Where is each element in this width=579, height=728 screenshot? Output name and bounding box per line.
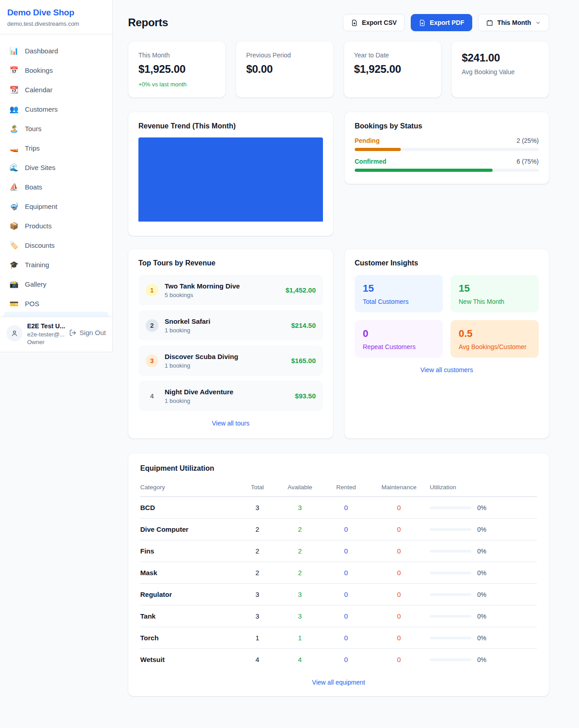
export-csv-label: Export CSV — [362, 19, 397, 26]
sign-out-icon — [69, 329, 76, 336]
view-all-tours-link[interactable]: View all tours — [138, 420, 323, 427]
utilization-bar-track — [430, 615, 471, 618]
sidebar-item-dive-sites[interactable]: 🌊Dive Sites — [4, 158, 109, 177]
status-count: 6 (75%) — [517, 158, 539, 165]
sidebar-item-customers[interactable]: 👥Customers — [4, 99, 109, 119]
brand-name[interactable]: Demo Dive Shop — [7, 8, 105, 18]
cell-total: 4 — [239, 649, 276, 671]
bookings-by-status-title: Bookings by Status — [355, 122, 539, 130]
export-csv-button[interactable]: Export CSV — [343, 14, 405, 31]
utilization-percent: 0% — [477, 634, 486, 642]
tour-amount: $93.50 — [295, 392, 316, 400]
sidebar-item-discounts[interactable]: 🏷️Discounts — [4, 236, 109, 255]
rank-badge: 4 — [146, 390, 158, 402]
cell-rented: 0 — [324, 649, 368, 671]
cell-rented: 0 — [324, 584, 368, 605]
insight-label: Total Customers — [363, 298, 435, 305]
sign-out-button[interactable]: Sign Out — [69, 329, 106, 336]
cell-category: Wetsuit — [140, 649, 239, 671]
tour-amount: $165.00 — [291, 357, 316, 364]
sidebar-item-products[interactable]: 📦Products — [4, 216, 109, 236]
status-progress-track — [355, 169, 539, 172]
sidebar-item-trips[interactable]: 🚤Trips — [4, 138, 109, 158]
stat-value: $0.00 — [246, 63, 323, 76]
status-label: Confirmed — [355, 158, 386, 165]
column-header: Total — [239, 480, 276, 497]
cell-total: 3 — [239, 497, 276, 519]
sidebar-item-training[interactable]: 🎓Training — [4, 255, 109, 274]
sidebar-item-tours[interactable]: 🏝️Tours — [4, 119, 109, 138]
utilization-percent: 0% — [477, 613, 486, 620]
view-all-equipment-link[interactable]: View all equipment — [140, 679, 537, 686]
cell-rented: 0 — [324, 627, 368, 649]
island-icon: 🏝️ — [9, 124, 19, 133]
cell-maintenance: 0 — [368, 649, 430, 671]
sidebar-item-boats[interactable]: ⛵Boats — [4, 177, 109, 197]
stat-card: Previous Period$0.00 — [236, 41, 333, 98]
sidebar-item-label: Products — [25, 222, 52, 230]
export-pdf-button[interactable]: Export PDF — [411, 14, 472, 31]
status-count: 2 (25%) — [517, 137, 539, 144]
cell-maintenance: 0 — [368, 627, 430, 649]
status-row: Pending2 (25%) — [355, 137, 539, 151]
stat-delta: +0% vs last month — [138, 81, 215, 88]
package-icon: 📦 — [9, 222, 19, 230]
tour-name: Two Tank Morning Dive — [165, 282, 279, 290]
sidebar-item-gallery[interactable]: 📸Gallery — [4, 274, 109, 294]
cell-available: 3 — [276, 605, 324, 627]
sidebar-item-label: POS — [25, 300, 39, 307]
sidebar-item-label: Dive Sites — [25, 164, 56, 171]
cell-rented: 0 — [324, 605, 368, 627]
sidebar-item-label: Boats — [25, 183, 42, 191]
status-rows: Pending2 (25%)Confirmed6 (75%) — [355, 137, 539, 172]
sidebar-item-label: Dashboard — [25, 47, 58, 55]
cell-total: 1 — [239, 627, 276, 649]
tour-list: 1Two Tank Morning Dive5 bookings$1,452.0… — [138, 275, 323, 411]
user-email: e2e-tester@... — [27, 331, 65, 338]
sidebar-item-calendar[interactable]: 📆Calendar — [4, 80, 109, 99]
sidebar-nav: 📊Dashboard📅Bookings📆Calendar👥Customers🏝️… — [0, 34, 112, 312]
insight-label: Avg Bookings/Customer — [459, 343, 531, 350]
tour-list-item: 4Night Dive Adventure1 booking$93.50 — [138, 381, 323, 411]
sidebar-item-label: Calendar — [25, 86, 52, 94]
cell-total: 2 — [239, 562, 276, 584]
utilization-bar-track — [430, 593, 471, 596]
cell-total: 2 — [239, 540, 276, 562]
period-dropdown[interactable]: This Month — [478, 14, 549, 31]
sidebar-item-bookings[interactable]: 📅Bookings — [4, 61, 109, 80]
cell-maintenance: 0 — [368, 497, 430, 519]
file-download-icon — [351, 19, 358, 26]
insight-value: 15 — [459, 283, 531, 294]
stat-card: Year to Date$1,925.00 — [344, 41, 441, 98]
sidebar-item-pos[interactable]: 💳POS — [4, 294, 109, 312]
cell-total: 2 — [239, 519, 276, 540]
equipment-table-header: CategoryTotalAvailableRentedMaintenanceU… — [140, 480, 537, 497]
insight-label: New This Month — [459, 298, 531, 305]
cell-maintenance: 0 — [368, 605, 430, 627]
column-header: Rented — [324, 480, 368, 497]
utilization-bar-track — [430, 572, 471, 574]
view-all-customers-link[interactable]: View all customers — [355, 366, 539, 373]
equipment-utilization-card: Equipment Utilization CategoryTotalAvail… — [128, 453, 549, 696]
cell-available: 3 — [276, 584, 324, 605]
sidebar-item-dashboard[interactable]: 📊Dashboard — [4, 41, 109, 61]
cell-available: 4 — [276, 649, 324, 671]
equipment-utilization-title: Equipment Utilization — [140, 464, 537, 473]
credit-card-icon: 💳 — [9, 299, 19, 308]
equipment-table: CategoryTotalAvailableRentedMaintenanceU… — [140, 480, 537, 670]
top-tours-title: Top Tours by Revenue — [138, 259, 323, 267]
insight-label: Repeat Customers — [363, 343, 435, 350]
status-progress-fill — [355, 148, 401, 151]
stat-value: $1,925.00 — [354, 63, 431, 76]
user-section: E2E Test U... e2e-tester@... Owner Sign … — [0, 317, 112, 352]
sign-out-label: Sign Out — [80, 329, 106, 336]
column-header: Utilization — [430, 480, 537, 497]
sidebar-item-label: Tours — [25, 125, 42, 132]
sidebar-item-equipment[interactable]: 🤿Equipment — [4, 197, 109, 216]
cell-category: Tank — [140, 605, 239, 627]
tear-off-calendar-icon: 📆 — [9, 85, 19, 94]
cell-available: 2 — [276, 519, 324, 540]
sidebar-item-active-partial[interactable] — [4, 312, 109, 317]
chevron-down-icon — [535, 20, 541, 26]
table-row: Wetsuit44000% — [140, 649, 537, 671]
